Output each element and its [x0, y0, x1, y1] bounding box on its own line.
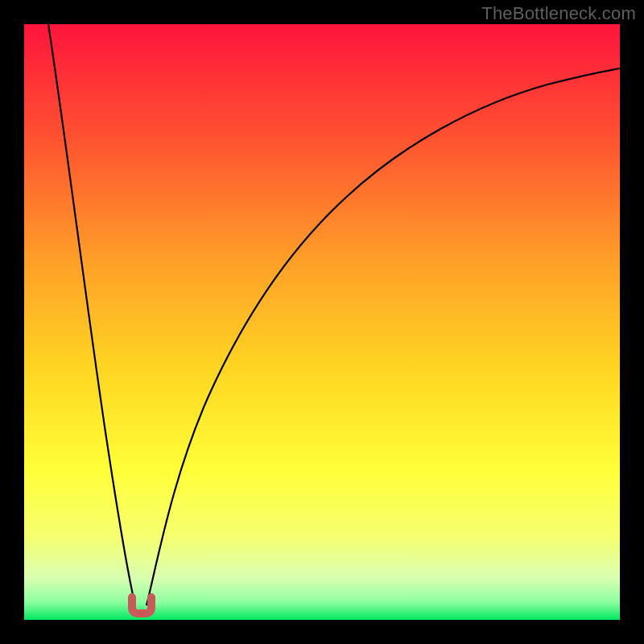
- gradient-background: [24, 24, 620, 620]
- watermark-text: TheBottleneck.com: [481, 3, 636, 24]
- plot-area: [24, 24, 620, 620]
- chart-frame: TheBottleneck.com: [0, 0, 644, 644]
- chart-svg: [24, 24, 620, 620]
